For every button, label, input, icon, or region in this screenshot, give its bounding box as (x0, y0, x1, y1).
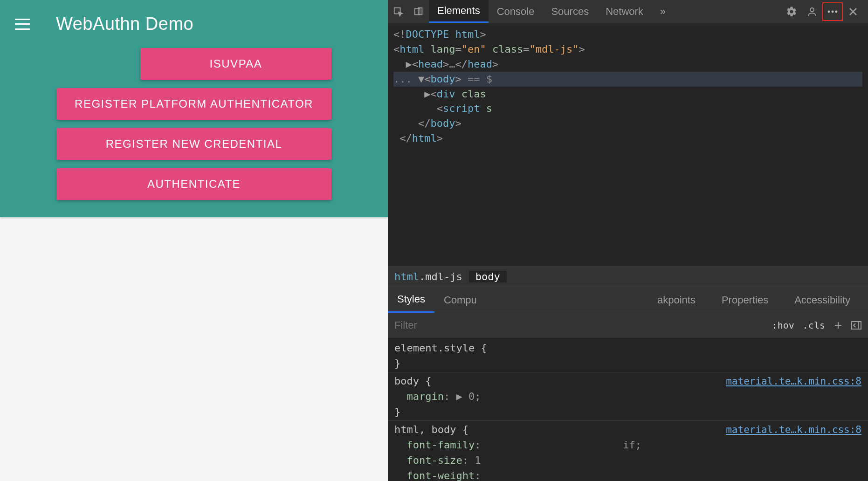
devtools-pane: Elements Console Sources Network » <!DOC… (388, 0, 868, 481)
breadcrumb-html[interactable]: html.mdl-js (388, 271, 469, 282)
breadcrumb-body[interactable]: body (469, 271, 507, 282)
hamburger-menu-icon[interactable] (15, 19, 30, 30)
tab-properties[interactable]: Properties (712, 294, 778, 306)
new-style-rule-icon[interactable] (834, 321, 843, 330)
app-title: WebAuthn Demo (56, 14, 193, 34)
css-source-link[interactable]: material.te…k.min.css:8 (726, 423, 861, 438)
style-rule[interactable]: material.te…k.min.css:8 html, body { fon… (388, 421, 868, 481)
css-source-link[interactable]: material.te…k.min.css:8 (726, 374, 861, 389)
dom-div-tag[interactable]: div (437, 88, 455, 100)
button-column: ISUVPAA REGISTER PLATFORM AUTHENTICATOR … (0, 43, 388, 205)
authenticate-button[interactable]: AUTHENTICATE (56, 168, 331, 200)
tab-accessibility[interactable]: Accessibility (785, 294, 860, 306)
isuvpaa-button[interactable]: ISUVPAA (140, 48, 331, 80)
svg-rect-1 (415, 8, 420, 14)
tab-network[interactable]: Network (597, 0, 652, 23)
dom-body-tag[interactable]: body (430, 73, 455, 85)
account-icon[interactable] (802, 2, 822, 21)
styles-body[interactable]: element.style { } material.te…k.min.css:… (388, 337, 868, 481)
style-rule[interactable]: element.style { } (388, 339, 868, 372)
dom-head-tag[interactable]: head (418, 58, 443, 70)
tab-computed[interactable]: Compu (434, 287, 486, 313)
devtools-toolbar: Elements Console Sources Network » (388, 0, 868, 23)
cls-toggle[interactable]: .cls (803, 320, 825, 331)
app-pane: WebAuthn Demo ISUVPAA REGISTER PLATFORM … (0, 0, 388, 481)
tab-sources[interactable]: Sources (543, 0, 597, 23)
tabs-overflow-icon[interactable]: » (652, 0, 674, 23)
svg-point-5 (832, 10, 834, 13)
settings-gear-icon[interactable] (781, 2, 802, 21)
inspect-element-icon[interactable] (388, 2, 408, 21)
tab-styles[interactable]: Styles (388, 287, 434, 313)
styles-tabs: Styles Compu akpoints Properties Accessi… (388, 287, 868, 313)
svg-point-3 (810, 8, 814, 12)
toggle-sidebar-icon[interactable] (851, 321, 861, 330)
breadcrumb: html.mdl-js body (388, 266, 868, 287)
tab-elements[interactable]: Elements (429, 0, 489, 23)
style-rule[interactable]: material.te…k.min.css:8 body { margin: ▶… (388, 372, 868, 421)
svg-point-4 (828, 10, 830, 13)
dom-html-tag[interactable]: html (400, 43, 424, 55)
tab-breakpoints[interactable]: akpoints (648, 294, 705, 306)
device-toolbar-icon[interactable] (408, 2, 429, 21)
filter-row: :hov .cls (388, 313, 868, 337)
dom-script-tag[interactable]: script (443, 103, 480, 114)
close-devtools-icon[interactable] (843, 2, 863, 21)
elements-panel: <!DOCTYPE html> <html lang="en" class="m… (388, 23, 868, 481)
app-header: WebAuthn Demo ISUVPAA REGISTER PLATFORM … (0, 0, 388, 217)
dom-tree[interactable]: <!DOCTYPE html> <html lang="en" class="m… (388, 23, 868, 266)
tab-console[interactable]: Console (489, 0, 543, 23)
title-row: WebAuthn Demo (0, 0, 388, 43)
hov-toggle[interactable]: :hov (772, 320, 794, 331)
toolbar-right (781, 2, 868, 21)
devtools-tabs: Elements Console Sources Network » (429, 0, 674, 23)
register-new-credential-button[interactable]: REGISTER NEW CREDENTIAL (56, 128, 331, 160)
register-platform-authenticator-button[interactable]: REGISTER PLATFORM AUTHENTICATOR (56, 88, 331, 120)
styles-filter-input[interactable] (394, 319, 488, 331)
svg-point-6 (835, 10, 838, 13)
more-options-icon[interactable] (822, 2, 843, 21)
